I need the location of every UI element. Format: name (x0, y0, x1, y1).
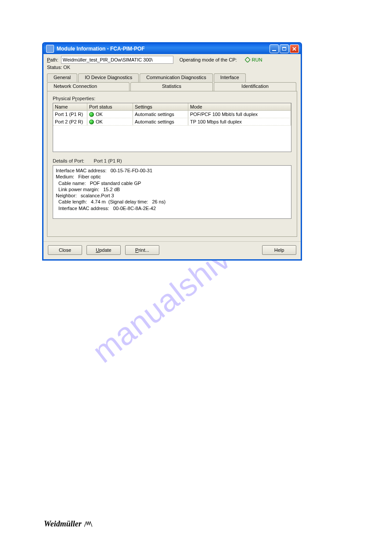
cell-mode: TP 100 Mbps full duplex (188, 118, 291, 125)
table-row[interactable]: Port 2 (P2 R) OK Automatic settings TP 1… (53, 118, 291, 126)
run-indicator: RUN (245, 57, 263, 62)
path-input[interactable] (61, 56, 173, 64)
button-bar: Close Update Print... Help (43, 241, 301, 259)
cell-settings: Automatic settings (133, 118, 188, 125)
update-button[interactable]: Update (86, 245, 121, 255)
tab-panel-network-connection: Physical Properties: Name Port status Se… (47, 91, 297, 237)
port-details-box[interactable]: Interface MAC address: 00-15-7E-FD-00-31… (53, 165, 291, 219)
run-text: RUN (252, 57, 263, 62)
cell-status-text: OK (96, 119, 103, 124)
module-info-window: Module Information - FCA-PIM-POF ✕ Path:… (42, 42, 302, 261)
svg-marker-0 (245, 57, 250, 62)
cell-mode: POF/PCF 100 Mbit/s full duplex (188, 111, 291, 118)
tab-general[interactable]: General (47, 73, 77, 82)
tab-identification[interactable]: Identification (214, 82, 296, 91)
footer-brand: Weidmüller (44, 519, 92, 529)
physical-properties-label: Physical Properties: (53, 96, 291, 101)
app-icon (46, 45, 54, 53)
status-label: Status: (47, 65, 62, 70)
status-ok-icon (89, 120, 94, 124)
run-icon (245, 57, 250, 62)
list-header: Name Port status Settings Mode (53, 103, 291, 111)
minimize-button[interactable] (270, 44, 279, 53)
close-window-button[interactable]: ✕ (290, 44, 299, 53)
tab-communication-diagnostics[interactable]: Communication Diagnostics (140, 73, 212, 82)
cell-name: Port 2 (P2 R) (53, 118, 87, 125)
maximize-button[interactable] (280, 44, 289, 53)
cell-status: OK (87, 111, 133, 118)
col-header-mode[interactable]: Mode (188, 103, 291, 110)
path-label: Path: (47, 57, 58, 62)
operating-mode-label: Operating mode of the CP: (180, 57, 237, 62)
table-row[interactable]: Port 1 (P1 R) OK Automatic settings POF/… (53, 111, 291, 118)
print-button[interactable]: Print... (125, 245, 159, 255)
physical-properties-list[interactable]: Name Port status Settings Mode Port 1 (P… (53, 103, 291, 152)
cell-status: OK (87, 118, 133, 125)
close-button[interactable]: Close (48, 245, 82, 255)
tab-statistics[interactable]: Statistics (130, 82, 213, 91)
status-value: OK (63, 65, 70, 70)
weidmuller-logo-icon (84, 521, 92, 527)
col-header-name[interactable]: Name (53, 103, 87, 110)
col-header-status[interactable]: Port status (87, 103, 133, 110)
cell-status-text: OK (96, 112, 103, 117)
details-of-port-label: Details of Port: Port 1 (P1 R) (53, 158, 291, 163)
col-header-settings[interactable]: Settings (133, 103, 188, 110)
tab-interface[interactable]: Interface (214, 73, 246, 82)
cell-settings: Automatic settings (133, 111, 188, 118)
status-ok-icon (89, 112, 94, 117)
window-title: Module Information - FCA-PIM-POF (57, 46, 270, 52)
titlebar[interactable]: Module Information - FCA-PIM-POF ✕ (43, 44, 301, 54)
help-button[interactable]: Help (262, 245, 296, 255)
cell-name: Port 1 (P1 R) (53, 111, 87, 118)
tab-network-connection[interactable]: Network Connection (47, 82, 129, 91)
tab-io-device-diagnostics[interactable]: IO Device Diagnostics (78, 73, 139, 82)
